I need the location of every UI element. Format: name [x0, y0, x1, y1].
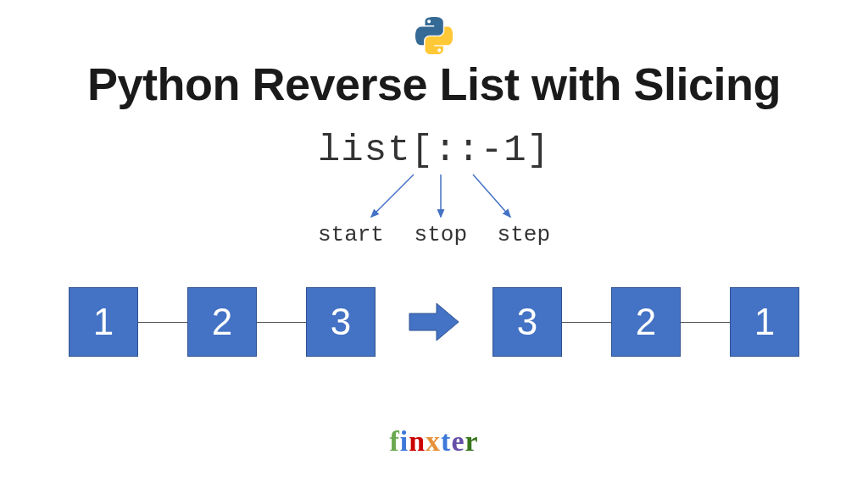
list-item: 2	[611, 287, 681, 357]
list-after: 3 2 1	[492, 287, 799, 357]
brand-letter: i	[400, 425, 409, 457]
brand-letter: r	[465, 425, 479, 457]
connector-line	[138, 322, 187, 323]
brand-letter: e	[451, 425, 465, 457]
connector-line	[257, 322, 306, 323]
svg-line-2	[473, 175, 510, 217]
slice-label-step: step	[498, 222, 550, 247]
brand-logo: finxter	[0, 425, 868, 458]
list-item: 1	[730, 287, 799, 357]
brand-letter: f	[389, 425, 399, 457]
list-before: 1 2 3	[69, 287, 376, 357]
list-item: 1	[69, 287, 138, 357]
brand-letter: x	[426, 425, 441, 457]
svg-line-0	[371, 175, 414, 217]
list-item: 3	[492, 287, 562, 357]
python-logo-icon	[415, 17, 453, 58]
brand-letter: t	[441, 425, 451, 457]
slice-label-start: start	[318, 222, 384, 247]
list-item: 3	[306, 287, 376, 357]
brand-letter: n	[409, 425, 426, 457]
slice-annotation-arrows	[322, 169, 559, 229]
connector-line	[681, 322, 730, 323]
code-expression: list[::-1]	[0, 129, 868, 171]
slice-label-stop: stop	[415, 222, 467, 247]
list-item: 2	[187, 287, 257, 357]
list-transformation-row: 1 2 3 3 2 1	[0, 280, 868, 364]
page-title: Python Reverse List with Slicing	[0, 58, 868, 110]
connector-line	[562, 322, 611, 323]
slice-labels: start stop step	[0, 222, 868, 247]
transform-arrow-icon	[408, 302, 460, 342]
